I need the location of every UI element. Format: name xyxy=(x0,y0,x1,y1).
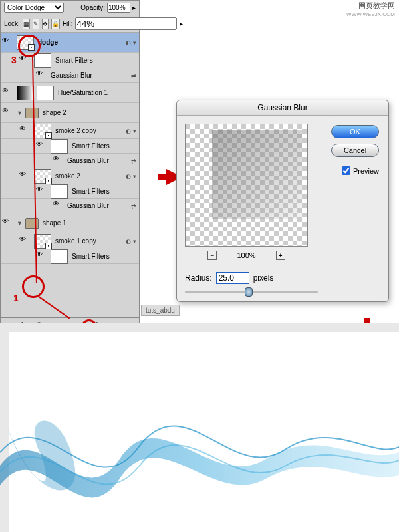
smart-filters-label: Smart Filters xyxy=(72,188,110,195)
visibility-eye-icon[interactable] xyxy=(21,56,30,65)
filter-mask-thumbnail[interactable] xyxy=(51,139,68,154)
filter-fx-icon[interactable]: ◐ ▾ xyxy=(126,238,136,245)
smart-filters-label: Smart Filters xyxy=(55,57,93,64)
filter-label: Gaussian Blur xyxy=(67,202,109,209)
visibility-eye-icon[interactable] xyxy=(3,38,13,47)
visibility-eye-icon[interactable] xyxy=(37,71,47,80)
adjustment-thumbnail[interactable] xyxy=(17,86,34,100)
zoom-value: 100% xyxy=(237,251,255,259)
layer-label: dodge xyxy=(38,39,58,46)
cancel-button[interactable]: Cancel xyxy=(331,144,379,157)
smart-filters-row[interactable]: Smart Filters xyxy=(1,53,139,68)
filter-mask-thumbnail[interactable] xyxy=(34,53,51,68)
preview-checkbox-row[interactable]: Preview xyxy=(342,166,379,175)
lock-all-icon[interactable]: 🔒 xyxy=(51,19,60,29)
blending-options-icon[interactable]: ⇄ xyxy=(131,72,136,79)
group-shape1[interactable]: ▼ shape 1 xyxy=(1,213,139,233)
wave-artwork xyxy=(0,386,399,519)
dropdown-arrow-icon[interactable]: ▸ xyxy=(180,20,183,27)
layer-thumbnail[interactable]: ▪ xyxy=(17,35,34,50)
radius-input[interactable] xyxy=(216,272,249,284)
annotation-number-1: 1 xyxy=(13,293,19,303)
radius-slider[interactable] xyxy=(185,291,318,293)
filter-preview[interactable] xyxy=(185,124,308,247)
visibility-eye-icon[interactable] xyxy=(3,88,13,98)
slider-thumb[interactable] xyxy=(245,287,253,297)
disclosure-triangle-icon[interactable]: ▼ xyxy=(17,220,23,227)
preview-checkbox[interactable] xyxy=(342,166,350,175)
smart-filters-label: Smart Filters xyxy=(72,142,110,150)
smart-filters-row[interactable]: Smart Filters xyxy=(1,139,139,154)
layer-dodge[interactable]: ▪ dodge ◐ ▾ xyxy=(1,33,139,53)
watermark: 网页教学网 WWW.WEBJX.COM xyxy=(346,1,395,18)
ok-button[interactable]: OK xyxy=(331,125,379,138)
layer-label: smoke 2 xyxy=(55,172,80,180)
folder-icon xyxy=(25,218,39,229)
visibility-eye-icon[interactable] xyxy=(54,156,63,166)
blend-mode-select[interactable]: Color Dodge xyxy=(4,3,64,13)
filter-fx-icon[interactable]: ◐ ▾ xyxy=(126,128,136,134)
layer-smoke2[interactable]: ▪ smoke 2 ◐ ▾ xyxy=(1,168,139,184)
layer-label: smoke 1 copy xyxy=(55,237,96,245)
visibility-eye-icon[interactable] xyxy=(21,172,30,181)
dropdown-arrow-icon[interactable]: ▸ xyxy=(132,4,136,11)
gaussian-blur-dialog: Gaussian Blur − 100% + Radius: pixels OK… xyxy=(176,100,389,302)
smart-object-badge-icon: ▪ xyxy=(45,243,52,249)
layers-panel: Color Dodge Opacity: ▸ Lock: ▦ ✎ ✥ 🔒 Fil… xyxy=(0,0,140,332)
visibility-eye-icon[interactable] xyxy=(3,108,13,118)
layer-mask-thumbnail[interactable] xyxy=(37,86,54,100)
visibility-eye-icon[interactable] xyxy=(37,187,47,196)
group-label: shape 2 xyxy=(43,109,66,116)
visibility-eye-icon[interactable] xyxy=(54,201,63,211)
visibility-eye-icon[interactable] xyxy=(21,237,30,246)
layers-panel-top: Color Dodge Opacity: ▸ xyxy=(1,1,139,15)
annotation-number-3: 3 xyxy=(11,55,17,65)
filter-mask-thumbnail[interactable] xyxy=(51,184,68,199)
visibility-eye-icon[interactable] xyxy=(21,126,30,136)
blending-options-icon[interactable]: ⇄ xyxy=(131,203,136,209)
visibility-eye-icon[interactable] xyxy=(37,142,47,151)
gaussian-blur-filter-row[interactable]: Gaussian Blur ⇄ xyxy=(1,199,139,213)
layer-thumbnail[interactable]: ▪ xyxy=(34,124,51,138)
dialog-title: Gaussian Blur xyxy=(177,100,388,116)
opacity-input[interactable] xyxy=(107,3,130,13)
preview-checkbox-label: Preview xyxy=(353,167,379,175)
zoom-in-button[interactable]: + xyxy=(276,251,285,260)
disclosure-triangle-icon[interactable]: ▼ xyxy=(17,110,23,116)
gaussian-blur-filter-row[interactable]: Gaussian Blur ⇄ xyxy=(1,68,139,83)
gaussian-blur-filter-row[interactable]: Gaussian Blur ⇄ xyxy=(1,154,139,168)
filter-fx-icon[interactable]: ◐ ▾ xyxy=(126,173,136,180)
group-shape2[interactable]: ▼ shape 2 xyxy=(1,103,139,123)
blending-options-icon[interactable]: ⇄ xyxy=(131,158,136,164)
layer-thumbnail[interactable]: ▪ xyxy=(34,169,51,184)
smart-filters-row[interactable]: Smart Filters xyxy=(1,184,139,199)
filter-label: Gaussian Blur xyxy=(67,157,109,164)
smart-filters-label: Smart Filters xyxy=(72,253,110,260)
layer-hue-saturation[interactable]: Hue/Saturation 1 xyxy=(1,83,139,103)
radius-label: Radius: xyxy=(185,273,212,283)
group-label: shape 1 xyxy=(43,219,66,227)
fill-input[interactable] xyxy=(75,17,177,30)
layers-lock-row: Lock: ▦ ✎ ✥ 🔒 Fill: ▸ xyxy=(1,15,139,33)
document-tab[interactable]: tuts_abdu xyxy=(141,305,180,316)
watermark-main: 网页教学网 xyxy=(358,1,395,9)
zoom-out-button[interactable]: − xyxy=(207,251,217,260)
filter-label: Gaussian Blur xyxy=(51,72,92,79)
preview-zoom-controls: − 100% + xyxy=(185,251,308,260)
horizontal-ruler xyxy=(0,323,399,332)
lock-brush-icon[interactable]: ✎ xyxy=(33,19,39,29)
lock-transparency-icon[interactable]: ▦ xyxy=(23,19,30,29)
lock-move-icon[interactable]: ✥ xyxy=(42,19,49,29)
document-canvas[interactable] xyxy=(0,323,399,532)
filter-fx-icon[interactable]: ◐ ▾ xyxy=(126,39,136,46)
layer-smoke1copy[interactable]: ▪ smoke 1 copy ◐ ▾ xyxy=(1,233,139,249)
fill-label: Fill: xyxy=(63,20,73,27)
smart-object-badge-icon: ▪ xyxy=(45,132,52,139)
smart-filters-row[interactable]: Smart Filters xyxy=(1,249,139,264)
visibility-eye-icon[interactable] xyxy=(3,219,13,228)
layer-smoke2copy[interactable]: ▪ smoke 2 copy ◐ ▾ xyxy=(1,123,139,139)
filter-mask-thumbnail[interactable] xyxy=(51,249,68,264)
folder-icon xyxy=(25,108,39,118)
visibility-eye-icon[interactable] xyxy=(37,252,47,261)
opacity-label: Opacity: xyxy=(80,4,105,11)
